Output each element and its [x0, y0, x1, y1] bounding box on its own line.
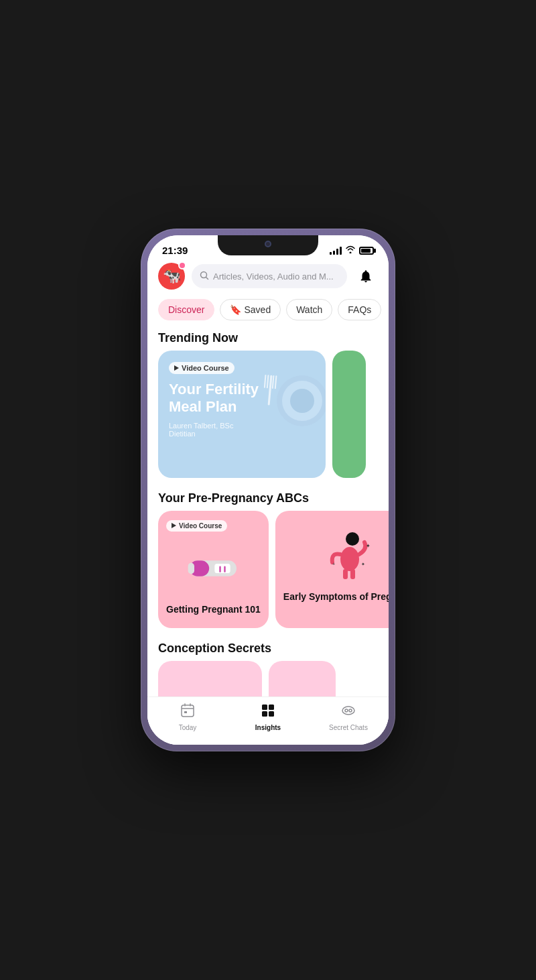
- bottom-nav-insights[interactable]: Insights: [228, 702, 308, 731]
- conception-section: Conception Secrets: [147, 636, 389, 696]
- main-scroll: Trending Now Video Course Your Fertility…: [147, 326, 389, 696]
- svg-point-8: [290, 389, 314, 413]
- svg-point-29: [345, 709, 348, 712]
- svg-rect-3: [272, 375, 275, 389]
- svg-rect-22: [182, 705, 194, 717]
- play-icon: [174, 365, 179, 371]
- search-placeholder: Articles, Videos, Audio and M...: [213, 271, 334, 282]
- phone-screen: 21:39: [147, 235, 389, 745]
- svg-rect-18: [350, 569, 355, 579]
- svg-rect-26: [262, 711, 267, 717]
- signal-icon: [330, 247, 342, 255]
- card-title-2: Early Symptoms of Pregnancy: [283, 591, 389, 603]
- tab-faqs-label: FAQs: [348, 304, 371, 315]
- nav-tabs: Discover 🔖 Saved Watch FAQs: [147, 294, 389, 326]
- svg-rect-11: [215, 564, 230, 573]
- battery-icon: [359, 247, 374, 255]
- conception-card-2[interactable]: [269, 661, 336, 696]
- conception-scroll: [147, 661, 389, 696]
- trending-scroll: Video Course Your Fertility Meal Plan La…: [147, 351, 389, 486]
- trending-card-title: Your Fertility Meal Plan: [169, 381, 263, 416]
- tab-discover[interactable]: Discover: [158, 299, 214, 320]
- svg-rect-13: [224, 566, 226, 572]
- notification-button[interactable]: [354, 264, 378, 288]
- secret-chats-label: Secret Chats: [329, 724, 368, 731]
- video-badge-1: Video Course: [166, 520, 227, 532]
- svg-rect-17: [343, 569, 348, 579]
- pre-pregnancy-scroll: Video Course: [147, 511, 389, 636]
- badge-label-1: Video Course: [179, 522, 222, 530]
- svg-rect-12: [220, 566, 221, 572]
- tab-saved-label: Saved: [244, 304, 271, 315]
- trending-card-partial: [332, 351, 366, 478]
- svg-point-16: [340, 547, 359, 571]
- today-label: Today: [179, 724, 197, 731]
- bookmark-icon: 🔖: [230, 304, 241, 315]
- svg-rect-24: [262, 705, 267, 710]
- tab-discover-label: Discover: [168, 304, 204, 315]
- svg-text:✦: ✦: [361, 562, 365, 566]
- woman-image: ✦ ✦ +: [283, 526, 389, 586]
- card-getting-pregnant[interactable]: Video Course: [158, 511, 269, 628]
- tab-saved[interactable]: 🔖 Saved: [220, 299, 281, 320]
- card-title-1: Getting Pregnant 101: [166, 604, 261, 615]
- pregnancy-test-image: [166, 538, 261, 599]
- search-icon: [200, 271, 209, 282]
- bottom-nav-today[interactable]: Today: [147, 702, 228, 731]
- svg-rect-4: [264, 375, 267, 388]
- today-icon: [180, 702, 196, 722]
- insights-label: Insights: [255, 724, 281, 731]
- tab-watch[interactable]: Watch: [286, 299, 332, 320]
- pre-pregnancy-section-title: Your Pre-Pregnancy ABCs: [147, 486, 389, 511]
- play-icon-1: [172, 523, 176, 528]
- app-logo[interactable]: 🐄: [158, 263, 185, 290]
- tab-watch-label: Watch: [296, 304, 322, 315]
- trending-card-fertility[interactable]: Video Course Your Fertility Meal Plan La…: [158, 351, 326, 478]
- wifi-icon: [345, 245, 356, 255]
- svg-point-15: [346, 532, 359, 546]
- video-course-badge: Video Course: [169, 362, 234, 374]
- status-time: 21:39: [162, 245, 188, 256]
- bottom-nav: Today Insights: [147, 696, 389, 745]
- svg-rect-5: [275, 375, 277, 389]
- phone-frame: 21:39: [141, 229, 395, 751]
- badge-label: Video Course: [182, 364, 229, 372]
- insights-icon: [260, 702, 276, 722]
- conception-section-title: Conception Secrets: [147, 636, 389, 661]
- notch: [218, 235, 318, 255]
- plate-decoration: [252, 364, 326, 444]
- search-bar[interactable]: Articles, Videos, Audio and M...: [192, 264, 347, 288]
- logo-badge: [178, 261, 186, 269]
- status-icons: [330, 245, 374, 255]
- svg-rect-23: [184, 711, 187, 713]
- svg-rect-14: [188, 562, 194, 573]
- trending-section-title: Trending Now: [147, 326, 389, 351]
- svg-rect-25: [269, 705, 274, 710]
- svg-text:✦: ✦: [366, 543, 371, 549]
- conception-card-1[interactable]: [158, 661, 262, 696]
- svg-text:+: +: [332, 562, 335, 566]
- svg-rect-2: [267, 375, 269, 388]
- card-early-symptoms[interactable]: ✦ ✦ + Early Symptoms of Pregnancy: [275, 511, 389, 628]
- header: 🐄 Articles, Videos, Audio and M...: [147, 259, 389, 294]
- camera: [265, 241, 271, 247]
- secret-chats-icon: [340, 702, 356, 722]
- bottom-nav-secret-chats[interactable]: Secret Chats: [308, 702, 389, 731]
- svg-point-28: [342, 707, 354, 715]
- svg-rect-27: [269, 711, 274, 717]
- svg-point-30: [349, 709, 352, 712]
- screen: 21:39: [147, 235, 389, 745]
- tab-faqs[interactable]: FAQs: [338, 299, 381, 320]
